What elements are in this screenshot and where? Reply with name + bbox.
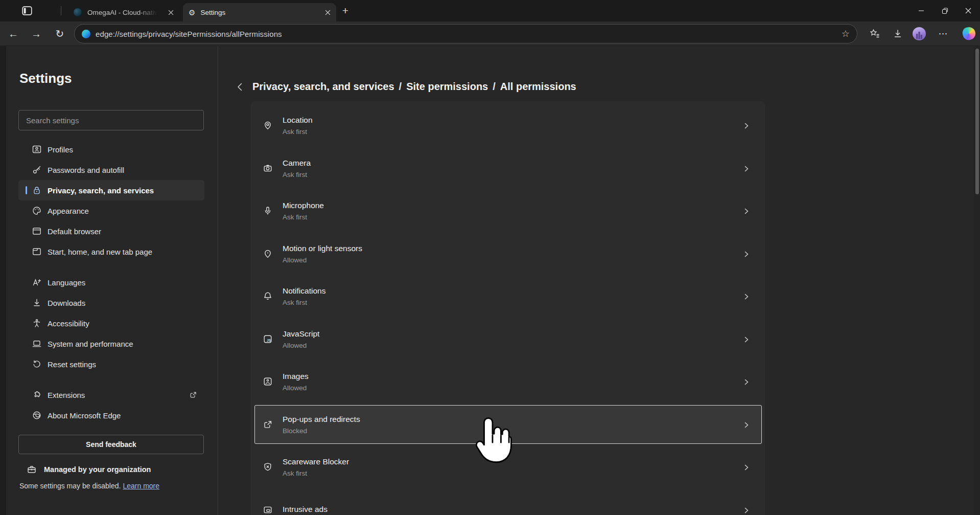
permission-row-location[interactable]: Location Ask first xyxy=(254,106,762,145)
puzzle-icon xyxy=(32,390,42,400)
permission-row-scareware[interactable]: Scareware Blocker Ask first xyxy=(254,447,762,486)
chevron-right-icon xyxy=(743,208,750,215)
tab-close-icon[interactable] xyxy=(322,7,333,17)
title-bar: OmegaAI - Cloud-native, Zero-Fo ⚙ Settin… xyxy=(0,0,980,21)
permission-row-microphone[interactable]: Microphone Ask first xyxy=(254,191,762,230)
chevron-right-icon xyxy=(743,293,750,300)
edge-logo-icon xyxy=(32,410,42,420)
breadcrumb-back-icon[interactable] xyxy=(234,81,246,93)
permissions-panel: Location Ask first Camera Ask first xyxy=(251,101,765,515)
search-settings-input[interactable] xyxy=(18,110,204,130)
chevron-right-icon xyxy=(743,507,750,514)
permission-row-motion-sensors[interactable]: Motion or light sensors Allowed xyxy=(254,234,762,273)
menu-group-gap xyxy=(18,262,204,272)
sidebar-item-accessibility[interactable]: Accessibility xyxy=(18,313,204,333)
images-icon xyxy=(263,376,273,387)
chevron-right-icon xyxy=(743,464,750,471)
sidebar-item-default-browser[interactable]: Default browser xyxy=(18,221,204,241)
tab-close-icon[interactable] xyxy=(166,7,176,17)
permission-row-intrusive-ads[interactable]: Intrusive ads xyxy=(254,490,762,515)
accessibility-icon xyxy=(32,318,42,328)
permission-row-javascript[interactable]: JS JavaScript Allowed xyxy=(254,320,762,359)
briefcase-icon xyxy=(27,464,37,475)
breadcrumb-separator: / xyxy=(394,81,407,92)
favorite-star-icon[interactable]: ☆ xyxy=(842,28,850,39)
download-icon xyxy=(32,298,42,308)
profiles-icon xyxy=(32,144,42,154)
new-tab-button[interactable]: + xyxy=(339,5,352,17)
breadcrumb-separator: / xyxy=(488,81,500,92)
tab-workspaces-icon[interactable] xyxy=(21,5,33,16)
breadcrumb: Privacy, search, and services/Site permi… xyxy=(252,79,576,94)
sidebar-item-about-edge[interactable]: About Microsoft Edge xyxy=(18,405,204,426)
settings-sidebar: Settings Profiles Passwords and autofill xyxy=(0,46,218,515)
svg-text:JS: JS xyxy=(267,339,271,342)
permission-row-camera[interactable]: Camera Ask first xyxy=(254,149,762,188)
send-feedback-button[interactable]: Send feedback xyxy=(18,435,204,454)
footnote-text: Some settings may be disabled. xyxy=(19,482,121,490)
microphone-icon xyxy=(263,206,273,216)
chevron-right-icon xyxy=(743,336,750,343)
breadcrumb-all-permissions: All permissions xyxy=(500,81,576,92)
chevron-right-icon xyxy=(743,378,750,386)
browser-toolbar: ← → ↻ edge://settings/privacy/sitePermis… xyxy=(0,21,980,46)
laptop-icon xyxy=(32,339,42,349)
sidebar-item-appearance[interactable]: Appearance xyxy=(18,200,204,221)
settings-gear-icon: ⚙ xyxy=(189,9,195,16)
sidebar-item-passwords[interactable]: Passwords and autofill xyxy=(18,160,204,180)
refresh-button[interactable]: ↻ xyxy=(51,21,68,46)
sidebar-item-privacy[interactable]: Privacy, search, and services xyxy=(18,180,204,200)
favorites-hub-icon[interactable] xyxy=(869,28,881,40)
key-icon xyxy=(32,165,42,175)
lock-icon xyxy=(32,185,42,195)
managed-banner: Managed by your organization xyxy=(18,461,151,478)
settings-page: Settings Profiles Passwords and autofill xyxy=(0,46,980,515)
downloads-toolbar-icon[interactable] xyxy=(892,28,904,40)
sidebar-item-start-home-newtab[interactable]: Start, home, and new tab page xyxy=(18,241,204,262)
back-button[interactable]: ← xyxy=(5,21,22,46)
popup-redirect-icon xyxy=(263,419,273,430)
sidebar-item-extensions[interactable]: Extensions xyxy=(18,385,204,405)
shield-x-icon xyxy=(263,462,273,472)
new-tab-page-icon xyxy=(32,247,42,257)
permission-row-popups[interactable]: Pop-ups and redirects Blocked xyxy=(254,405,762,444)
edge-favicon-icon xyxy=(82,30,90,38)
breadcrumb-site-permissions[interactable]: Site permissions xyxy=(406,81,488,92)
external-link-icon xyxy=(189,391,197,399)
tab-separator xyxy=(61,6,61,15)
sidebar-item-reset-settings[interactable]: Reset settings xyxy=(18,354,204,374)
sidebar-menu: Profiles Passwords and autofill Privacy,… xyxy=(18,139,204,426)
managed-label: Managed by your organization xyxy=(44,465,151,474)
more-options-icon[interactable]: ⋯ xyxy=(937,28,949,40)
languages-icon xyxy=(32,277,42,287)
sidebar-item-downloads[interactable]: Downloads xyxy=(18,293,204,313)
chevron-right-icon xyxy=(743,421,750,429)
sidebar-item-profiles[interactable]: Profiles xyxy=(18,139,204,160)
tab-omegaai[interactable]: OmegaAI - Cloud-native, Zero-Fo xyxy=(67,3,180,21)
sidebar-footnote: Some settings may be disabled.Learn more xyxy=(19,482,159,490)
scrollbar-track[interactable] xyxy=(974,46,980,515)
url-text[interactable]: edge://settings/privacy/sitePermissions/… xyxy=(96,30,282,38)
settings-main: Privacy, search, and services/Site permi… xyxy=(219,46,980,515)
sidebar-item-languages[interactable]: Languages xyxy=(18,272,204,293)
omegaai-favicon-icon xyxy=(73,8,82,17)
permission-row-images[interactable]: Images Allowed xyxy=(254,362,762,401)
tab-title: Settings xyxy=(200,9,302,16)
breadcrumb-privacy[interactable]: Privacy, search, and services xyxy=(252,81,394,92)
minimize-button[interactable] xyxy=(909,0,933,21)
forward-button[interactable]: → xyxy=(28,21,45,46)
learn-more-link[interactable]: Learn more xyxy=(123,482,159,490)
restore-button[interactable] xyxy=(933,0,956,21)
chevron-right-icon xyxy=(743,165,750,172)
sidebar-item-system-performance[interactable]: System and performance xyxy=(18,333,204,354)
copilot-icon[interactable] xyxy=(961,26,977,41)
motion-sensor-icon xyxy=(263,249,273,259)
tab-settings[interactable]: ⚙ Settings xyxy=(183,3,336,21)
close-window-button[interactable] xyxy=(956,0,980,21)
address-bar[interactable]: edge://settings/privacy/sitePermissions/… xyxy=(74,24,857,43)
scrollbar-thumb[interactable] xyxy=(975,49,979,194)
page-title: Settings xyxy=(19,70,72,87)
profile-avatar[interactable] xyxy=(913,27,926,40)
camera-icon xyxy=(263,163,273,173)
permission-row-notifications[interactable]: Notifications Ask first xyxy=(254,277,762,316)
